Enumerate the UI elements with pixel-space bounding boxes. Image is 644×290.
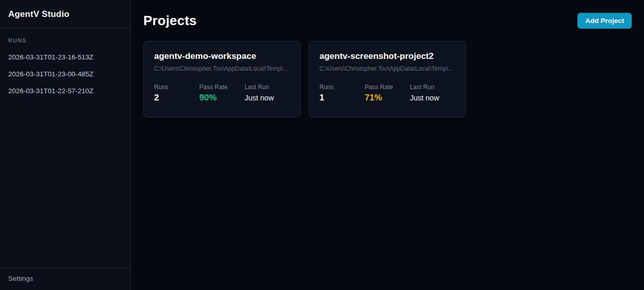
main-content: Projects Add Project agentv-demo-workspa… <box>131 0 644 290</box>
project-card-title: agentv-screenshot-project2 <box>319 51 455 61</box>
main-header: Projects Add Project <box>143 11 632 30</box>
sidebar-spacer <box>0 99 131 267</box>
project-card[interactable]: agentv-demo-workspace C:\Users\Christoph… <box>143 41 300 117</box>
stat-label: Pass Rate <box>199 84 244 91</box>
project-card[interactable]: agentv-screenshot-project2 C:\Users\Chri… <box>309 41 466 117</box>
project-stats: Runs 1 Pass Rate 71% Last Run Just now <box>319 84 455 103</box>
app-window: AgentV Studio RUNS 2026-03-31T01-23-16-5… <box>0 0 644 290</box>
run-item[interactable]: 2026-03-31T01-23-00-485Z <box>0 66 131 82</box>
stat-label: Pass Rate <box>364 84 410 91</box>
stat-label: Last Run <box>410 84 455 91</box>
stat-label: Runs <box>154 84 199 91</box>
stat-label: Last Run <box>245 84 290 91</box>
project-card-path: C:\Users\Christopher.Tso\AppData\Local\T… <box>154 65 290 72</box>
runs-section: RUNS 2026-03-31T01-23-16-513Z 2026-03-31… <box>0 28 131 99</box>
projects-grid: agentv-demo-workspace C:\Users\Christoph… <box>143 41 632 117</box>
stat-pass-rate: Pass Rate 71% <box>364 84 410 103</box>
stat-last-run: Last Run Just now <box>245 84 290 103</box>
page-title: Projects <box>143 13 197 29</box>
sidebar: AgentV Studio RUNS 2026-03-31T01-23-16-5… <box>0 0 131 290</box>
run-item[interactable]: 2026-03-31T01-22-57-210Z <box>0 82 131 99</box>
app-title: AgentV Studio <box>8 9 122 19</box>
stat-pass-rate: Pass Rate 90% <box>199 84 244 103</box>
stat-value: 71% <box>364 93 410 103</box>
stat-value: 1 <box>319 93 364 103</box>
stat-value: 2 <box>154 93 199 103</box>
stat-value: Just now <box>410 94 455 102</box>
run-item[interactable]: 2026-03-31T01-23-16-513Z <box>0 49 131 66</box>
add-project-button[interactable]: Add Project <box>577 13 632 29</box>
stat-runs: Runs 1 <box>319 84 364 103</box>
project-stats: Runs 2 Pass Rate 90% Last Run Just now <box>154 84 290 103</box>
stat-label: Runs <box>319 84 364 91</box>
stat-runs: Runs 2 <box>154 84 199 103</box>
stat-last-run: Last Run Just now <box>410 84 455 103</box>
settings-link[interactable]: Settings <box>8 275 122 282</box>
runs-section-label: RUNS <box>0 35 131 49</box>
project-card-title: agentv-demo-workspace <box>154 51 290 61</box>
stat-value: Just now <box>245 94 290 102</box>
sidebar-footer: Settings <box>0 267 131 290</box>
sidebar-header: AgentV Studio <box>0 0 131 28</box>
project-card-path: C:\Users\Christopher.Tso\AppData\Local\T… <box>319 65 455 72</box>
stat-value: 90% <box>199 93 244 103</box>
